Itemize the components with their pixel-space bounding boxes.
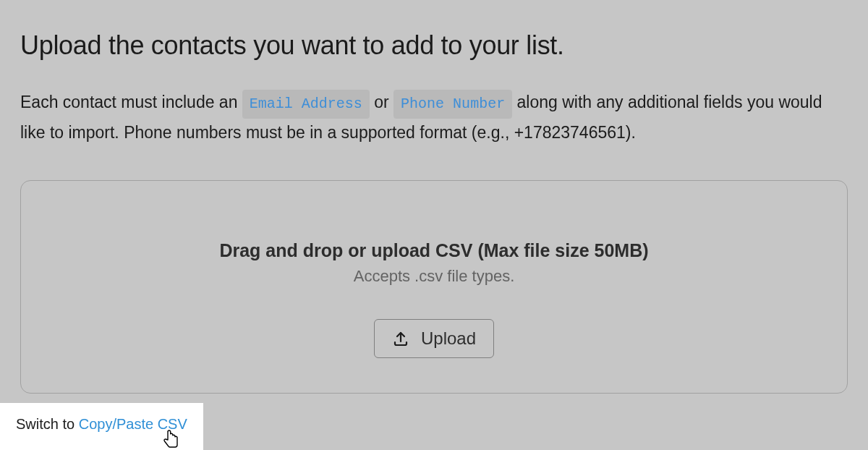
upload-description: Each contact must include an Email Addre…	[20, 88, 848, 147]
page-title: Upload the contacts you want to add to y…	[20, 30, 848, 61]
pointer-cursor-icon	[161, 428, 180, 449]
dropzone-accepts: Accepts .csv file types.	[35, 267, 833, 286]
upload-icon	[392, 330, 409, 347]
phone-number-chip: Phone Number	[393, 90, 512, 119]
dropzone-headline: Drag and drop or upload CSV (Max file si…	[35, 240, 833, 261]
description-text-or: or	[374, 93, 393, 111]
description-text-1: Each contact must include an	[20, 93, 242, 111]
email-address-chip: Email Address	[242, 90, 370, 119]
file-dropzone[interactable]: Drag and drop or upload CSV (Max file si…	[20, 180, 848, 394]
upload-button[interactable]: Upload	[374, 319, 494, 358]
switch-prefix: Switch to	[16, 416, 79, 432]
upload-button-label: Upload	[421, 328, 476, 349]
